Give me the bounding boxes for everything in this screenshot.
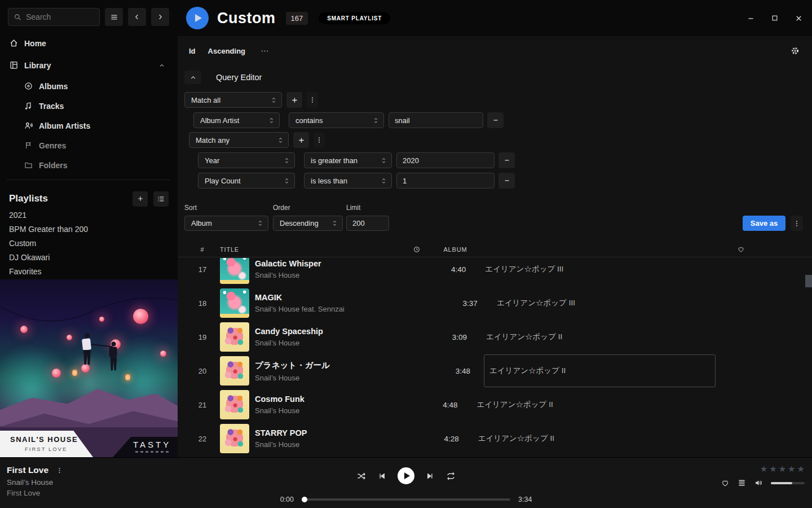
sidebar-item-home[interactable]: Home	[0, 32, 178, 54]
rule-value-input[interactable]	[389, 112, 483, 128]
seek-bar[interactable]	[302, 498, 510, 501]
star-icon[interactable]: ★	[779, 464, 786, 474]
rule-field-select[interactable]: Album Artist	[193, 112, 280, 128]
collapse-query-editor-button[interactable]	[184, 71, 201, 84]
save-options-kebab-icon[interactable]	[791, 216, 803, 231]
track-album[interactable]: エイリアン☆ポップ III	[491, 287, 723, 319]
track-album-art	[220, 390, 249, 419]
settings-gear-icon[interactable]	[790, 46, 800, 56]
playlist-item-dj-okawari[interactable]: DJ Okawari	[0, 250, 178, 264]
save-as-button[interactable]: Save as	[743, 216, 785, 231]
art-held-lantern	[125, 374, 130, 380]
match-type-select[interactable]: Match any	[189, 132, 289, 148]
track-album[interactable]: エイリアン☆ポップ II	[480, 321, 712, 353]
play-playlist-button[interactable]	[186, 7, 209, 29]
playlist-item-favorites[interactable]: Favorites	[0, 264, 178, 278]
scrollbar-thumb[interactable]	[805, 275, 812, 287]
search-input[interactable]	[26, 12, 94, 21]
rule-operator-select[interactable]: contains	[289, 112, 384, 128]
track-row[interactable]: 17Galactic WhisperSnail’s House4:40エイリアン…	[178, 258, 812, 286]
nav-back-button[interactable]	[128, 8, 146, 26]
track-artist: Snail’s House	[255, 271, 321, 279]
header-album[interactable]: ALBUM	[438, 246, 670, 253]
star-icon[interactable]: ★	[797, 464, 805, 474]
menu-button[interactable]	[105, 8, 123, 26]
track-title: MAGIK	[255, 293, 345, 302]
previous-button[interactable]	[377, 471, 387, 481]
remove-rule-button[interactable]	[498, 152, 515, 168]
now-playing-kebab-icon[interactable]	[56, 466, 63, 475]
now-playing-info: First Love Snail’s House First Love	[7, 465, 63, 497]
close-button[interactable]	[795, 14, 803, 23]
remove-rule-button[interactable]	[487, 112, 504, 128]
search-box[interactable]	[8, 8, 100, 26]
more-options-icon[interactable]	[260, 46, 270, 56]
track-row[interactable]: 20プラネット・ガールSnail’s House3:48エイリアン☆ポップ II	[178, 354, 812, 388]
header-duration[interactable]	[381, 246, 426, 253]
rule-value-input[interactable]	[396, 173, 495, 189]
add-rule-button[interactable]	[293, 132, 309, 148]
header-title[interactable]: TITLE	[220, 246, 239, 253]
track-album-focused[interactable]: エイリアン☆ポップ II	[484, 354, 716, 387]
volume-slider[interactable]	[771, 482, 805, 484]
sidebar-item-label: Folders	[39, 161, 68, 170]
shuffle-button[interactable]	[356, 471, 367, 481]
group-options-kebab-icon[interactable]	[307, 92, 318, 108]
track-row[interactable]: 21Cosmo FunkSnail’s House4:48エイリアン☆ポップ I…	[178, 388, 812, 422]
playlist-item-2021[interactable]: 2021	[0, 208, 178, 222]
track-album[interactable]: エイリアン☆ポップ III	[479, 258, 711, 286]
volume-icon[interactable]	[754, 478, 764, 488]
repeat-button[interactable]	[445, 471, 456, 481]
rule-operator-select[interactable]: is greater than	[304, 152, 392, 168]
add-playlist-button[interactable]	[133, 191, 148, 207]
maximize-button[interactable]	[771, 14, 779, 22]
next-button[interactable]	[425, 471, 435, 481]
rule-value-input[interactable]	[396, 152, 495, 168]
sidebar-item-albums[interactable]: Albums	[0, 76, 178, 96]
sidebar-item-library[interactable]: Library	[0, 54, 178, 76]
track-row[interactable]: 19Candy SpaceshipSnail’s House3:09エイリアン☆…	[178, 320, 812, 354]
sort-field-button[interactable]: Id	[189, 47, 196, 55]
rule-field-select[interactable]: Year	[198, 152, 295, 168]
queue-icon[interactable]	[737, 478, 747, 488]
header-favorite[interactable]	[670, 246, 812, 253]
sort-select[interactable]: Album	[184, 216, 268, 231]
rule-field-select[interactable]: Play Count	[198, 173, 295, 189]
track-album[interactable]: エイリアン☆ポップ II	[473, 422, 704, 455]
now-playing-album-art[interactable]: SNAIL'S HOUSE FIRST LOVE TASTY	[0, 279, 178, 457]
nav-forward-button[interactable]	[151, 8, 169, 26]
remove-rule-button[interactable]	[498, 173, 515, 189]
limit-input[interactable]	[346, 216, 389, 231]
star-icon[interactable]: ★	[760, 464, 767, 474]
track-row[interactable]: 22STARRY POPSnail’s House4:28エイリアン☆ポップ I…	[178, 422, 812, 456]
rule-operator-select[interactable]: is less than	[304, 173, 392, 189]
favorite-heart-icon[interactable]	[721, 479, 730, 488]
now-playing-album[interactable]: First Love	[7, 489, 63, 497]
track-row[interactable]: 18MAGIKSnail’s House feat. Sennzai3:37エイ…	[178, 286, 812, 320]
seek-thumb[interactable]	[302, 497, 307, 502]
sidebar-item-genres[interactable]: Genres	[0, 135, 178, 155]
now-playing-artist[interactable]: Snail’s House	[7, 478, 63, 487]
header-index[interactable]: #	[191, 246, 214, 253]
playlist-item-custom[interactable]: Custom	[0, 236, 178, 250]
sidebar-item-label: Home	[24, 39, 46, 48]
art-lantern	[52, 369, 61, 378]
sidebar-item-folders[interactable]: Folders	[0, 155, 178, 175]
sidebar-item-tracks[interactable]: Tracks	[0, 96, 178, 116]
playlist-item-bpm-greater-than-200[interactable]: BPM Greater than 200	[0, 222, 178, 236]
sort-direction-button[interactable]: Ascending	[208, 47, 245, 55]
track-album[interactable]: エイリアン☆ポップ II	[471, 388, 703, 421]
playlist-list-button[interactable]	[153, 191, 169, 207]
sidebar-item-album-artists[interactable]: Album Artists	[0, 116, 178, 135]
match-type-select[interactable]: Match all	[184, 92, 282, 108]
track-title: Cosmo Funk	[255, 395, 304, 404]
play-pause-button[interactable]	[398, 467, 414, 484]
now-playing-title[interactable]: First Love	[7, 465, 48, 475]
group-options-kebab-icon[interactable]	[314, 132, 325, 148]
star-icon[interactable]: ★	[769, 464, 776, 474]
star-icon[interactable]: ★	[788, 464, 795, 474]
chevron-up-icon[interactable]	[158, 62, 165, 69]
add-rule-button[interactable]	[286, 92, 302, 108]
minimize-button[interactable]	[747, 14, 755, 23]
order-select[interactable]: Descending	[273, 216, 343, 231]
